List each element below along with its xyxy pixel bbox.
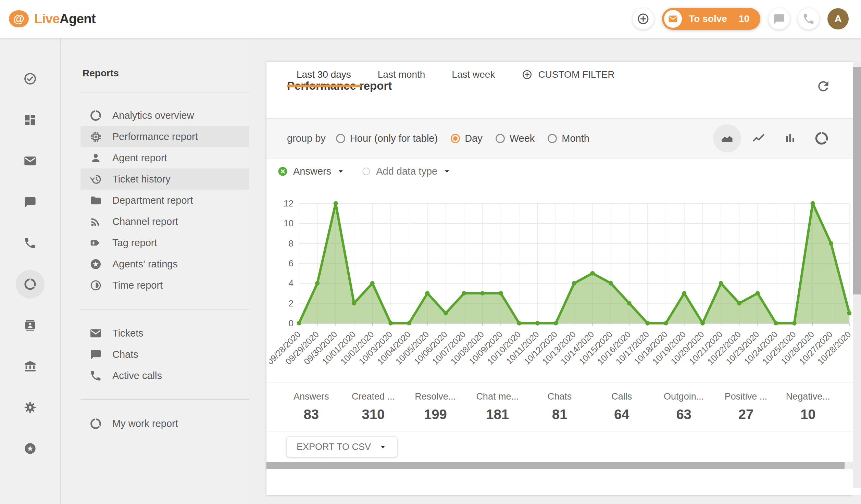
sidebar-item-ticket-history[interactable]: Ticket history [80, 168, 249, 190]
rail-item-donut-chart[interactable] [16, 270, 45, 299]
stat-label: Positive ... [715, 391, 777, 402]
series-chip-label: Answers [293, 166, 331, 177]
logo-live: Live [34, 12, 60, 26]
stat-card-calls: Calls64 [591, 391, 653, 422]
header-calls-button[interactable] [798, 8, 819, 29]
horizontal-scrollbar-thumb[interactable] [266, 462, 845, 469]
caret-down-icon[interactable] [336, 167, 345, 176]
header-chats-button[interactable] [769, 8, 790, 29]
sidebar-item-tag-report[interactable]: Tag report [80, 232, 249, 253]
answers-series-chip[interactable]: Answers [277, 166, 345, 177]
horizontal-scrollbar [266, 462, 853, 469]
stat-label: Created ... [342, 391, 404, 402]
rss-icon [89, 215, 102, 228]
radio-group-by-day[interactable]: Day [451, 133, 483, 144]
date-range-tabs: Last 30 daysLast monthLast weekCUSTOM FI… [287, 62, 853, 87]
at-sign-icon: @ [13, 12, 24, 25]
radio-icon[interactable] [548, 134, 557, 143]
caret-down-icon[interactable] [442, 167, 451, 176]
sidebar-divider [80, 309, 249, 310]
tab-custom-filter[interactable]: CUSTOM FILTER [512, 62, 624, 87]
phone-icon [802, 12, 815, 25]
sidebar-item-label: Tag report [112, 237, 157, 249]
chat-bubble-icon [773, 12, 786, 25]
stat-card-answers: Answers83 [280, 391, 342, 422]
dashboard-icon [23, 113, 37, 127]
radio-group-by-month[interactable]: Month [548, 133, 589, 144]
performance-report-panel: Performance report Last 30 daysLast mont… [266, 62, 853, 495]
timelapse-icon [89, 279, 102, 292]
sidebar-item-department-report[interactable]: Department report [80, 190, 249, 211]
rail-item-gear[interactable] [16, 393, 45, 422]
sidebar-menu-list: Analytics overviewPerformance reportAgen… [80, 105, 249, 434]
remove-series-icon[interactable] [277, 166, 288, 177]
envelope-icon [668, 14, 678, 24]
chart-type-donut-chart-button[interactable] [808, 124, 836, 152]
sidebar-item-channel-report[interactable]: Channel report [80, 211, 249, 232]
liveagent-logo[interactable]: @ LiveAgent [9, 10, 96, 27]
sidebar-item-active-calls[interactable]: Active calls [80, 365, 249, 386]
rail-item-bank[interactable] [16, 352, 45, 381]
radio-icon[interactable] [451, 134, 460, 143]
add-new-button[interactable] [633, 8, 654, 29]
tab-last-week[interactable]: Last week [442, 62, 504, 87]
sidebar-item-tickets[interactable]: Tickets [80, 323, 249, 344]
person-icon [89, 152, 102, 164]
radio-label: Day [465, 133, 483, 144]
svg-text:6: 6 [289, 258, 294, 268]
svg-text:10: 10 [284, 218, 294, 228]
stat-label: Chats [528, 391, 590, 402]
sidebar-item-my-work-report[interactable]: My work report [80, 413, 249, 434]
rail-item-chat-bubble[interactable] [16, 188, 45, 216]
tab-last-30-days[interactable]: Last 30 days [287, 62, 361, 87]
sidebar-item-analytics-overview[interactable]: Analytics overview [80, 105, 249, 126]
to-solve-button[interactable]: To solve 10 [662, 8, 760, 30]
group-by-label: group by [287, 133, 326, 144]
chart-type-line-chart-button[interactable] [745, 124, 773, 152]
rail-item-check-circle[interactable] [16, 64, 45, 93]
stat-value: 310 [342, 407, 404, 422]
user-avatar[interactable]: A [827, 8, 849, 29]
rail-item-star-circle[interactable] [16, 434, 45, 463]
stat-card-created: Created ...310 [342, 391, 404, 422]
sidebar-item-chats[interactable]: Chats [80, 344, 249, 365]
rail-item-contact-card[interactable] [16, 311, 45, 340]
vertical-scrollbar [853, 62, 861, 488]
radio-group-by-week[interactable]: Week [496, 133, 535, 144]
sidebar-divider [80, 92, 249, 92]
sidebar-title: Reports [80, 38, 249, 79]
sidebar-item-performance-report[interactable]: Performance report [80, 126, 249, 147]
add-data-type-control[interactable]: Add data type [362, 166, 451, 177]
rail-item-envelope[interactable] [16, 147, 45, 175]
vertical-scrollbar-thumb[interactable] [853, 67, 861, 294]
sidebar-item-agents-ratings[interactable]: Agents' ratings [80, 253, 249, 275]
chart-type-area-chart-button[interactable] [713, 124, 741, 152]
sidebar-item-label: My work report [112, 418, 178, 429]
export-to-csv-button[interactable]: EXPORT TO CSV [287, 437, 397, 457]
radio-icon[interactable] [496, 134, 505, 143]
svg-text:0: 0 [289, 318, 294, 328]
envelope-icon [89, 327, 102, 340]
radio-group-by-hour-only-for-table[interactable]: Hour (only for table) [336, 133, 438, 144]
rail-item-phone[interactable] [16, 229, 45, 257]
refresh-button[interactable] [816, 79, 831, 94]
top-header: @ LiveAgent To solve 10 A [0, 0, 861, 38]
sidebar-item-agent-report[interactable]: Agent report [80, 147, 249, 168]
group-by-options: Hour (only for table)DayWeekMonth [336, 133, 602, 144]
logo-text: LiveAgent [34, 12, 96, 26]
radio-icon[interactable] [336, 134, 345, 143]
stat-card-chats: Chats81 [528, 391, 590, 422]
speech-bubble-at-icon: @ [9, 10, 29, 27]
sidebar-item-label: Time report [112, 280, 163, 291]
history-icon [89, 173, 102, 186]
tab-label: CUSTOM FILTER [538, 69, 614, 80]
memory-chip-icon [89, 130, 102, 143]
caret-down-icon [378, 442, 387, 451]
export-to-csv-label: EXPORT TO CSV [297, 442, 371, 452]
gear-icon [23, 401, 37, 414]
chart-type-bar-chart-button[interactable] [776, 124, 804, 152]
rail-item-dashboard[interactable] [16, 105, 45, 134]
sidebar-item-time-report[interactable]: Time report [80, 275, 249, 296]
sidebar-item-label: Agent report [112, 152, 167, 164]
tab-last-month[interactable]: Last month [368, 62, 435, 87]
